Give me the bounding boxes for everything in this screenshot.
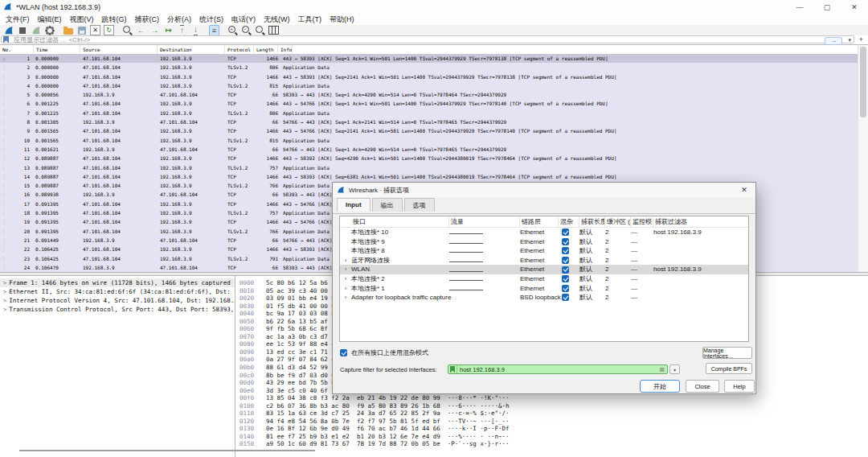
- expander-icon[interactable]: ›: [340, 265, 351, 274]
- go-back-icon[interactable]: ←: [136, 25, 146, 35]
- packet-row[interactable]: 5 0.000056 192.168.3.9 47.101.68.104 TCP…: [0, 90, 858, 99]
- packet-row[interactable]: 10 0.001565 47.101.68.104 192.168.3.9 TL…: [0, 136, 858, 145]
- zoom-reset-icon[interactable]: [255, 25, 265, 35]
- interface-row[interactable]: › 本地连接* 10 Ethernet 默认 2 — host 192.168.…: [340, 228, 748, 237]
- scrollbar-thumb[interactable]: [860, 47, 866, 117]
- packet-row[interactable]: 9 0.001565 47.101.68.104 192.168.3.9 TCP…: [0, 126, 858, 135]
- go-to-last-icon[interactable]: ↓: [190, 25, 201, 35]
- hex-row[interactable]: 0110 83 15 1a 63 ce 3d c7 25 24 3a d7 65…: [236, 410, 868, 418]
- menu-item[interactable]: 捕获(C): [131, 14, 164, 25]
- interface-row[interactable]: › WLAN Ethernet 默认 2 — host 192.168.3.9: [340, 265, 748, 274]
- column-info[interactable]: Info: [278, 45, 293, 54]
- start-button[interactable]: 开始: [640, 380, 680, 393]
- column-length[interactable]: Length: [254, 45, 278, 54]
- filter-history-dropdown-icon[interactable]: ▾: [669, 364, 680, 374]
- column-linklayer[interactable]: 链路层: [520, 216, 559, 227]
- promiscuous-checkbox[interactable]: [562, 257, 569, 264]
- zoom-out-icon[interactable]: −: [241, 25, 252, 35]
- interface-row[interactable]: › 本地连接* 2 Ethernet 默认 2 —: [340, 274, 748, 284]
- hex-row[interactable]: 0130 0e 16 8f 12 6b 9e d0 49 f6 70 ac b7…: [236, 425, 868, 433]
- expander-icon[interactable]: >: [3, 280, 6, 286]
- minimize-button[interactable]: —: [786, 0, 813, 14]
- colorize-packets-icon[interactable]: ≡: [209, 25, 219, 35]
- filter-bookmark-icon[interactable]: [450, 366, 455, 373]
- go-forward-icon[interactable]: →: [149, 25, 160, 35]
- promiscuous-checkbox[interactable]: [562, 266, 569, 274]
- compile-bpfs-button[interactable]: Compile BPFs: [706, 363, 752, 374]
- promiscuous-all-checkbox[interactable]: [340, 349, 347, 356]
- close-file-icon[interactable]: ✕: [90, 25, 100, 35]
- maximize-button[interactable]: ▢: [813, 0, 841, 14]
- hex-row[interactable]: 0100 c2 b6 07 36 8b b3 ac 80 f9 a5 80 83…: [236, 402, 868, 410]
- menu-item[interactable]: 电话(Y): [227, 14, 260, 25]
- interface-row[interactable]: › 本地连接* 8 Ethernet 默认 2 —: [340, 246, 748, 256]
- packet-row[interactable]: 13 0.089887 47.101.68.104 192.168.3.9 TL…: [0, 163, 858, 172]
- save-file-icon[interactable]: [76, 25, 87, 35]
- tab-output[interactable]: 输出: [372, 198, 403, 212]
- promiscuous-checkbox[interactable]: [562, 238, 569, 245]
- detail-line[interactable]: >Ethernet II, Src: 34:ca:81:ed:6f:6f (34…: [0, 287, 235, 296]
- promiscuous-checkbox[interactable]: [562, 294, 569, 301]
- expander-icon[interactable]: >: [3, 298, 6, 304]
- filter-dropdown-icon[interactable]: ▾: [848, 37, 851, 43]
- tab-input[interactable]: Input: [337, 198, 371, 212]
- find-packet-icon[interactable]: [122, 25, 133, 35]
- menu-item[interactable]: 视图(V): [66, 14, 98, 25]
- hex-row[interactable]: 0120 94 f4 e8 54 56 8a 0b 7e f2 f7 97 5b…: [236, 418, 868, 426]
- packet-row[interactable]: 11 0.001621 192.168.3.9 47.101.68.104 TC…: [0, 145, 858, 154]
- expander-icon[interactable]: ›: [340, 237, 351, 247]
- packet-row[interactable]: 6 0.001225 47.101.68.104 192.168.3.9 TCP…: [0, 99, 858, 108]
- detail-line[interactable]: >Transmission Control Protocol, Src Port…: [0, 305, 235, 314]
- start-capture-icon[interactable]: [3, 25, 14, 35]
- close-button[interactable]: ✕: [841, 0, 868, 14]
- capture-filter-input[interactable]: host 192.168.3.9 ⊠: [448, 364, 668, 374]
- help-button[interactable]: Help: [724, 380, 755, 393]
- open-file-icon[interactable]: [63, 25, 73, 35]
- packet-row[interactable]: 8 0.001305 192.168.3.9 47.101.68.104 TCP…: [0, 117, 858, 126]
- expander-icon[interactable]: ›: [340, 256, 351, 266]
- horizontal-scrollbar[interactable]: [19, 450, 315, 451]
- expander-icon[interactable]: ›: [340, 293, 351, 303]
- tab-options[interactable]: 选项: [404, 198, 435, 212]
- promiscuous-checkbox[interactable]: [562, 228, 569, 236]
- menu-item[interactable]: 文件(F): [2, 14, 34, 25]
- hex-row[interactable]: 0140 81 ee f7 25 b9 b3 e1 e2 b1 20 b3 12…: [236, 433, 868, 441]
- promiscuous-checkbox[interactable]: [562, 285, 569, 292]
- interface-row[interactable]: › Adapter for loopback traffic capture B…: [340, 293, 748, 303]
- promiscuous-checkbox[interactable]: [562, 275, 569, 282]
- menu-item[interactable]: 跳转(G): [98, 14, 131, 25]
- menu-item[interactable]: 统计(S): [195, 14, 227, 25]
- packet-row[interactable]: 12 0.089887 47.101.68.104 192.168.3.9 TC…: [0, 154, 858, 163]
- interface-row[interactable]: › 本地连接* 1 Ethernet 默认 2 —: [340, 284, 748, 294]
- clear-filter-icon[interactable]: ⊠: [659, 366, 665, 373]
- expander-icon[interactable]: ›: [340, 284, 351, 294]
- column-source[interactable]: Source: [80, 45, 158, 54]
- column-snaplen[interactable]: 捕获长度: [579, 216, 605, 227]
- expander-icon[interactable]: >: [3, 289, 6, 295]
- go-to-packet-icon[interactable]: ↦: [163, 25, 174, 35]
- hex-row[interactable]: 0150 a9 50 1c 60 d9 81 73 67 78 19 7d 88…: [236, 440, 868, 448]
- detail-line[interactable]: >Frame 1: 1466 bytes on wire (11728 bits…: [0, 278, 235, 287]
- expander-icon[interactable]: ›: [340, 246, 351, 256]
- column-no[interactable]: No.: [0, 45, 34, 54]
- apply-filter-icon[interactable]: →: [825, 37, 842, 45]
- detail-line[interactable]: >Internet Protocol Version 4, Src: 47.10…: [0, 296, 235, 305]
- packet-row[interactable]: 7 0.001225 47.101.68.104 192.168.3.9 TLS…: [0, 109, 858, 117]
- column-interface[interactable]: 接口: [351, 216, 449, 227]
- menu-item[interactable]: 帮助(H): [326, 14, 358, 25]
- packet-list-scrollbar[interactable]: [858, 45, 868, 272]
- restart-capture-icon[interactable]: [31, 25, 41, 35]
- column-capture-filter[interactable]: 捕获过滤器: [653, 216, 748, 227]
- add-filter-button[interactable]: +: [857, 35, 866, 43]
- column-monitor[interactable]: 监控模: [631, 216, 653, 227]
- expander-icon[interactable]: >: [3, 307, 6, 313]
- zoom-in-icon[interactable]: +: [227, 25, 238, 35]
- packet-row[interactable]: 14 0.089887 47.101.68.104 192.168.3.9 TC…: [0, 172, 858, 181]
- stop-capture-icon[interactable]: [17, 25, 27, 35]
- packet-row[interactable]: 4 0.000000 47.101.68.104 192.168.3.9 TLS…: [0, 81, 858, 90]
- column-destination[interactable]: Destination: [158, 45, 225, 54]
- menu-item[interactable]: 分析(A): [163, 14, 195, 25]
- packet-row[interactable]: 1 0.000000 47.101.68.104 192.168.3.9 TCP…: [0, 54, 858, 63]
- manage-interfaces-button[interactable]: Manage Interfaces…: [702, 347, 752, 359]
- menu-item[interactable]: 工具(T): [294, 14, 326, 25]
